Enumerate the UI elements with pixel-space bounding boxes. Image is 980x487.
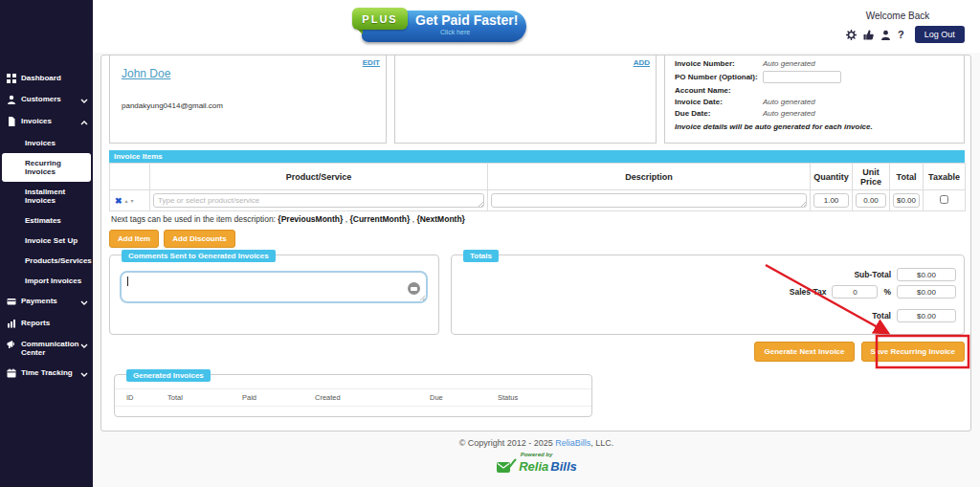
text-caret [127, 277, 128, 286]
sidebar-item-label: Estimates [25, 216, 61, 225]
copyright-prefix: © Copyright 2012 - 2025 [459, 438, 556, 448]
sidebar-item-invoices-sub[interactable]: Invoices [0, 133, 93, 153]
reliabills-logo-icon [496, 458, 517, 475]
description-header: Description [488, 164, 811, 190]
invoice-date-label: Invoice Date: [675, 98, 763, 106]
resize-handle[interactable] [478, 201, 483, 207]
sidebar-item-products-services[interactable]: Products/Services [0, 251, 93, 271]
invoice-item-row: ✖ ▴ ▾ [110, 190, 966, 211]
invoice-details-panel: Invoice Number: Auto generated PO Number… [664, 55, 965, 144]
sidebar-item-label: Dashboard [21, 74, 61, 82]
due-date-label: Due Date: [675, 109, 763, 118]
sidebar-item-label: Payments [21, 297, 57, 305]
powered-by-text: Powered by [93, 452, 980, 457]
sidebar-item-reports[interactable]: Reports [0, 313, 93, 334]
gear-icon[interactable] [846, 30, 857, 40]
sidebar-item-communication-center[interactable]: Communication Center [0, 334, 93, 363]
comments-textarea[interactable] [120, 271, 428, 303]
logo-bills-text: Bills [550, 459, 576, 474]
add-link[interactable]: ADD [634, 58, 650, 67]
taxable-checkbox[interactable] [940, 195, 948, 204]
plus-badge: PLUS [352, 8, 408, 30]
payments-icon [7, 297, 17, 306]
comment-widget-icon[interactable] [408, 282, 420, 295]
sidebar-item-label: Products/Services [25, 256, 92, 265]
sidebar-item-time-tracking[interactable]: Time Tracking [0, 363, 93, 385]
reliabills-logo[interactable]: ReliaBills [93, 458, 980, 475]
sidebar-item-payments[interactable]: Payments [0, 291, 93, 313]
edit-customer-link[interactable]: EDIT [363, 58, 380, 67]
chevron-down-icon [80, 95, 88, 105]
help-icon[interactable]: ? [898, 29, 904, 40]
gen-col-total: Total [167, 393, 242, 402]
sidebar-item-label: Invoice Set Up [25, 236, 78, 245]
welcome-text: Welcome Back [846, 11, 967, 21]
totals-section-label: Totals [463, 250, 499, 262]
additional-info-panel: ADD [394, 55, 657, 144]
generated-invoices-header-row: ID Total Paid Created Due Status [115, 388, 591, 407]
sales-tax-rate-input[interactable] [832, 285, 878, 299]
delete-row-icon[interactable]: ✖ [115, 196, 122, 206]
save-recurring-invoice-button[interactable]: Save Recurring Invoice [861, 342, 965, 362]
chevron-up-icon [80, 117, 88, 127]
percent-sign: % [883, 287, 891, 297]
sidebar-item-label: Installment Invoices [25, 188, 65, 205]
description-input[interactable] [491, 193, 807, 208]
sidebar-item-customers[interactable]: Customers [0, 89, 93, 111]
promo-banner-subtitle[interactable]: Click here [440, 29, 470, 35]
quantity-input[interactable] [813, 193, 849, 208]
generate-next-invoice-button[interactable]: Generate Next Invoice [754, 342, 854, 362]
resize-handle[interactable] [800, 201, 806, 207]
thumbs-up-icon[interactable] [863, 30, 874, 40]
invoice-date-value: Auto generated [763, 98, 815, 106]
promo-banner[interactable]: Get Paid Faster! Click here PLUS [352, 8, 526, 46]
generated-invoices-fieldset: Generated Invoices ID Total Paid Created… [114, 374, 592, 417]
sidebar-item-estimates[interactable]: Estimates [0, 210, 93, 231]
product-service-input[interactable] [153, 193, 484, 208]
total-input[interactable] [897, 309, 956, 322]
sidebar-item-invoices[interactable]: Invoices [0, 111, 93, 133]
sidebar-item-dashboard[interactable]: Dashboard [0, 68, 93, 89]
gen-col-due: Due [430, 393, 498, 402]
add-discounts-button[interactable]: Add Discounts [164, 230, 234, 248]
customer-panel: EDIT John Doe pandakyung0414@gmail.com [109, 55, 387, 144]
recurring-invoice-card: EDIT John Doe pandakyung0414@gmail.com A… [100, 55, 971, 432]
move-row-up-icon[interactable]: ▴ [125, 197, 128, 204]
po-number-label: PO Number (Optional): [675, 73, 763, 81]
copyright-suffix: , LLC. [590, 438, 613, 448]
add-item-button[interactable]: Add Item [109, 230, 159, 248]
chevron-down-icon [80, 340, 88, 350]
comments-section-label: Comments Sent to Generated Invoices [122, 250, 276, 262]
sidebar-item-label: Recurring Invoices [25, 159, 61, 176]
unit-price-input[interactable] [856, 193, 886, 208]
footer: © Copyright 2012 - 2025 ReliaBills, LLC.… [93, 438, 980, 475]
sales-tax-amount-input[interactable] [897, 285, 956, 299]
customer-name-link[interactable]: John Doe [122, 67, 170, 80]
account-name-label: Account Name: [675, 86, 763, 95]
resize-handle[interactable] [419, 295, 425, 300]
generated-invoices-section-label: Generated Invoices [126, 369, 211, 382]
row-controls-header [110, 164, 150, 190]
sidebar-item-installment-invoices[interactable]: Installment Invoices [0, 182, 93, 210]
invoice-items-section-header: Invoice Items [109, 150, 965, 163]
megaphone-icon [7, 340, 17, 349]
sidebar: Dashboard Customers Invoices [0, 0, 93, 487]
product-service-header: Product/Service [150, 164, 488, 190]
invoice-number-label: Invoice Number: [675, 59, 763, 68]
sidebar-item-recurring-invoices[interactable]: Recurring Invoices [2, 153, 91, 182]
sidebar-item-import-invoices[interactable]: Import Invoices [0, 271, 93, 291]
sales-tax-label: Sales Tax [790, 287, 827, 297]
line-total-input[interactable] [893, 193, 920, 208]
reports-icon [7, 319, 17, 328]
subtotal-input[interactable] [897, 268, 956, 281]
user-icon[interactable] [880, 30, 891, 40]
app-root: Dashboard Customers Invoices [0, 0, 980, 487]
sidebar-item-invoice-set-up[interactable]: Invoice Set Up [0, 231, 93, 251]
logout-button[interactable]: Log Out [915, 26, 965, 43]
invoices-icon [7, 117, 17, 126]
gen-col-paid: Paid [242, 393, 315, 402]
reliabills-link[interactable]: ReliaBills [555, 438, 590, 448]
po-number-input[interactable] [763, 71, 841, 83]
total-label: Total [872, 311, 891, 321]
move-row-down-icon[interactable]: ▾ [131, 197, 134, 204]
